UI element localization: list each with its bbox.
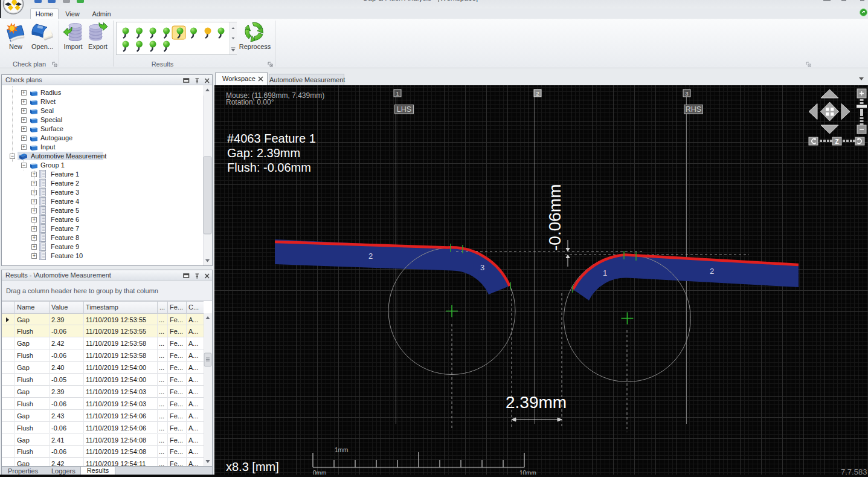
svg-text:RHS: RHS [686, 105, 701, 114]
svg-text:Flush: -0.06mm: Flush: -0.06mm [227, 161, 311, 174]
svg-text:1mm: 1mm [335, 447, 348, 453]
svg-text:1: 1 [603, 268, 607, 277]
svg-text:-0.06mm: -0.06mm [545, 184, 564, 251]
svg-text:3: 3 [480, 263, 484, 272]
svg-text:2: 2 [710, 267, 714, 276]
svg-text:1: 1 [396, 91, 399, 97]
svg-text:3: 3 [685, 91, 688, 97]
svg-text:x8.3 [mm]: x8.3 [mm] [226, 460, 279, 473]
svg-text:Z: Z [835, 138, 838, 145]
svg-text:Rotation: 0.00°: Rotation: 0.00° [226, 98, 274, 106]
svg-text:LHS: LHS [397, 105, 411, 114]
svg-text:Gap: 2.39mm: Gap: 2.39mm [227, 146, 300, 160]
svg-text:2: 2 [368, 251, 373, 261]
svg-text:2: 2 [536, 91, 539, 97]
svg-text:2.39mm: 2.39mm [506, 393, 567, 412]
svg-text:#4063 Feature 1: #4063 Feature 1 [227, 132, 316, 145]
